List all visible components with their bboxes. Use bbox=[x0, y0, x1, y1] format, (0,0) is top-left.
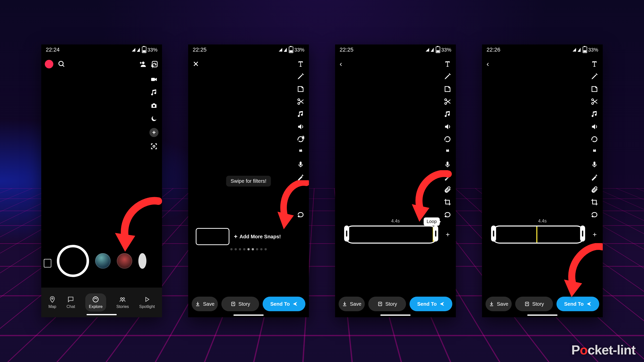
video-icon[interactable] bbox=[150, 76, 158, 83]
editor-tools: ★ ❝ bbox=[297, 60, 304, 218]
trim-handle-right[interactable] bbox=[433, 225, 438, 242]
status-bar: 22:26 33% bbox=[482, 44, 603, 55]
status-bar: 22:25 33% bbox=[335, 44, 456, 55]
scissors-icon[interactable] bbox=[297, 98, 304, 105]
save-button[interactable]: Save bbox=[192, 297, 218, 311]
magic-icon[interactable] bbox=[591, 173, 598, 181]
send-to-button[interactable]: Send To bbox=[410, 297, 452, 311]
battery-pct: 33% bbox=[294, 47, 304, 53]
crop-icon[interactable] bbox=[444, 198, 451, 206]
battery-pct: 33% bbox=[441, 47, 451, 53]
music-icon[interactable] bbox=[150, 89, 158, 96]
watermark: Pocket-lint bbox=[571, 342, 635, 357]
magic-icon[interactable] bbox=[444, 173, 451, 181]
quote-icon[interactable]: ❝ bbox=[591, 148, 598, 156]
back-button[interactable]: ‹ bbox=[340, 60, 342, 68]
volume-icon[interactable] bbox=[297, 123, 304, 130]
save-button[interactable]: Save bbox=[486, 297, 512, 311]
loop-icon[interactable] bbox=[297, 211, 304, 218]
add-more-snaps-button[interactable]: +Add More Snaps! bbox=[234, 233, 281, 240]
lens-carousel-item[interactable] bbox=[95, 253, 111, 269]
volume-icon[interactable] bbox=[444, 123, 451, 130]
pencil-icon[interactable] bbox=[591, 73, 598, 80]
loop-label: Loop bbox=[427, 219, 437, 224]
phone-editor-loop: 22:25 33% ‹ ❝ Loop 4.4s bbox=[335, 44, 456, 317]
camera-icon[interactable] bbox=[150, 102, 158, 109]
loop-icon[interactable] bbox=[591, 211, 598, 218]
filter-page-dots bbox=[230, 248, 267, 250]
music-icon[interactable] bbox=[444, 110, 451, 118]
add-friend-icon[interactable] bbox=[139, 60, 146, 68]
scissors-icon[interactable] bbox=[591, 98, 598, 105]
pencil-icon[interactable] bbox=[444, 73, 451, 80]
magic-icon[interactable] bbox=[297, 173, 304, 181]
back-button[interactable]: ‹ bbox=[487, 60, 489, 68]
nav-map[interactable]: Map bbox=[48, 296, 56, 309]
add-tool-button[interactable]: + bbox=[149, 128, 158, 137]
playhead[interactable] bbox=[536, 225, 537, 244]
svg-marker-11 bbox=[146, 297, 149, 301]
nav-spotlight[interactable]: Spotlight bbox=[139, 296, 155, 309]
home-indicator bbox=[233, 314, 264, 316]
nav-explore[interactable]: Explore bbox=[85, 293, 106, 311]
speed-icon[interactable]: ★ bbox=[297, 135, 304, 143]
sticker-icon[interactable] bbox=[297, 85, 304, 93]
nav-chat[interactable]: Chat bbox=[67, 296, 75, 309]
lens-carousel-item[interactable] bbox=[138, 253, 146, 269]
story-button[interactable]: Story bbox=[368, 297, 406, 311]
status-bar: 22:25 33% bbox=[188, 44, 309, 55]
flash-icon[interactable]: ✕ bbox=[150, 63, 158, 70]
save-button[interactable]: Save bbox=[339, 297, 365, 311]
status-time: 22:25 bbox=[193, 47, 207, 53]
mic-icon[interactable] bbox=[297, 161, 304, 168]
volume-icon[interactable] bbox=[591, 123, 598, 130]
story-button[interactable]: Story bbox=[515, 297, 553, 311]
music-icon[interactable] bbox=[297, 110, 304, 118]
mic-icon[interactable] bbox=[591, 161, 598, 168]
trim-bar[interactable]: + bbox=[344, 225, 438, 244]
home-indicator bbox=[527, 314, 557, 316]
attachment-icon[interactable] bbox=[591, 186, 598, 193]
svg-rect-26 bbox=[593, 162, 595, 165]
svg-rect-4 bbox=[151, 78, 155, 81]
lens-carousel-item[interactable] bbox=[117, 253, 132, 269]
mic-icon[interactable] bbox=[444, 161, 451, 168]
send-label: Send To bbox=[417, 301, 436, 307]
sticker-icon[interactable] bbox=[591, 85, 598, 93]
pencil-icon[interactable] bbox=[297, 73, 304, 80]
trim-handle-left[interactable] bbox=[344, 225, 349, 242]
nav-label: Map bbox=[48, 304, 56, 309]
send-to-button[interactable]: Send To bbox=[263, 297, 305, 311]
signal-icon bbox=[284, 48, 287, 52]
trim-handle-right[interactable] bbox=[580, 225, 585, 242]
status-right: 33% bbox=[573, 47, 598, 53]
quote-icon[interactable]: ❝ bbox=[444, 148, 451, 156]
scan-icon[interactable] bbox=[150, 143, 158, 150]
text-icon[interactable] bbox=[591, 60, 598, 68]
search-icon[interactable] bbox=[58, 60, 65, 68]
trim-bar[interactable]: + bbox=[491, 225, 585, 244]
nav-stories[interactable]: Stories bbox=[116, 296, 129, 309]
crop-icon[interactable] bbox=[591, 198, 598, 206]
loop-icon[interactable] bbox=[444, 211, 451, 218]
text-icon[interactable] bbox=[297, 60, 304, 68]
sticker-icon[interactable] bbox=[444, 85, 451, 93]
quote-icon[interactable]: ❝ bbox=[297, 148, 304, 156]
shutter-button[interactable] bbox=[57, 245, 89, 277]
speed-icon[interactable] bbox=[591, 135, 598, 143]
night-mode-icon[interactable] bbox=[150, 115, 158, 122]
snap-thumbnail[interactable] bbox=[196, 228, 229, 245]
speed-icon[interactable] bbox=[444, 135, 451, 143]
music-icon[interactable] bbox=[591, 110, 598, 118]
profile-avatar[interactable] bbox=[45, 60, 53, 68]
send-to-button[interactable]: Send To bbox=[556, 297, 599, 311]
text-icon[interactable] bbox=[444, 60, 451, 68]
trim-handle-left[interactable] bbox=[491, 225, 496, 242]
scissors-icon[interactable] bbox=[444, 98, 451, 105]
attachment-icon[interactable] bbox=[444, 186, 451, 193]
add-clip-button[interactable]: + bbox=[593, 231, 597, 239]
close-button[interactable]: ✕ bbox=[193, 60, 199, 68]
story-button[interactable]: Story bbox=[221, 297, 259, 311]
signal-icon bbox=[578, 48, 581, 52]
add-clip-button[interactable]: + bbox=[446, 231, 450, 239]
